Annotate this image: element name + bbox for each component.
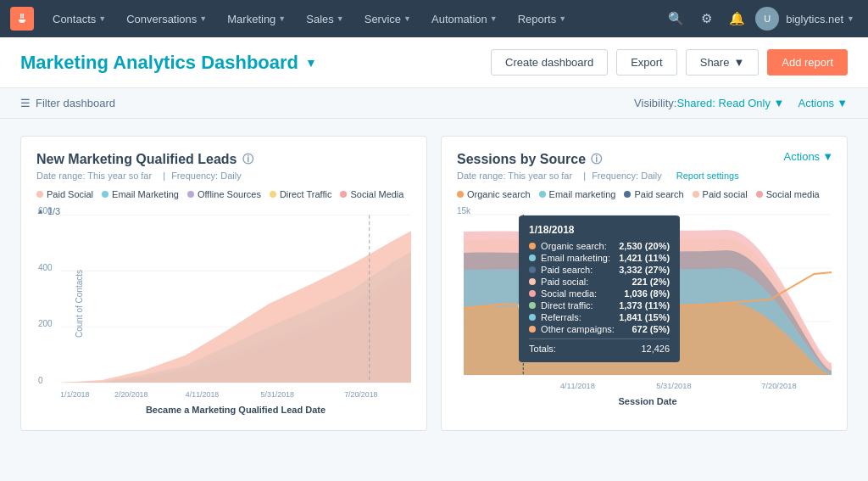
header-actions: Create dashboard Export Share ▼ Add repo…: [491, 49, 848, 76]
chevron-down-icon: ▼: [490, 14, 498, 23]
visibility-value[interactable]: Shared: Read Only ▼: [676, 97, 784, 109]
export-button[interactable]: Export: [616, 49, 677, 76]
y-tick-400: 400: [38, 263, 53, 272]
tooltip-row: Organic search:2,530 (20%): [529, 241, 670, 251]
page-title: Marketing Analytics Dashboard ▼: [20, 52, 317, 74]
svg-text:5/31/2018: 5/31/2018: [656, 382, 691, 390]
main-content: New Marketing Qualified Leads ⓘ Date ran…: [0, 119, 868, 448]
legend-item: Paid social: [693, 189, 748, 199]
chevron-down-icon: ▼: [98, 14, 106, 23]
svg-text:5/31/2018: 5/31/2018: [261, 390, 294, 399]
legend-dot: [340, 191, 347, 198]
tooltip-total: Totals: 12,426: [529, 338, 670, 354]
chevron-down-icon: ▼: [337, 14, 344, 23]
nav-item-sales[interactable]: Sales ▼: [298, 8, 352, 31]
card2-legend: Organic searchEmail marketingPaid search…: [457, 189, 832, 199]
legend-dot: [36, 191, 43, 198]
card2-title: Sessions by Source ⓘ: [457, 152, 744, 167]
legend-dot: [187, 191, 194, 198]
info-icon[interactable]: ⓘ: [242, 152, 253, 167]
report-settings-link[interactable]: Report settings: [676, 171, 739, 181]
chevron-down-icon: ▼: [837, 97, 848, 109]
bell-icon[interactable]: 🔔: [722, 6, 752, 31]
card2-x-label: Session Date: [464, 396, 832, 406]
info-icon[interactable]: ⓘ: [591, 152, 602, 167]
tooltip-dot: [529, 314, 536, 321]
nav-item-automation[interactable]: Automation ▼: [423, 8, 506, 31]
legend-item: Direct Traffic: [270, 189, 332, 199]
nav-logo[interactable]: [10, 7, 34, 31]
search-icon[interactable]: 🔍: [661, 6, 691, 31]
card-new-mql: New Marketing Qualified Leads ⓘ Date ran…: [20, 136, 427, 431]
tooltip-dot: [529, 243, 536, 249]
tooltip-dot: [529, 302, 536, 309]
y-tick-600: 600: [38, 206, 53, 215]
chart-tooltip: 1/18/2018 Organic search:2,530 (20%)Emai…: [519, 215, 680, 362]
legend-dot: [624, 191, 631, 198]
card1-y-label: Count of Contacts: [75, 270, 84, 338]
tooltip-date: 1/18/2018: [529, 224, 670, 236]
chevron-down-icon: ▼: [559, 14, 566, 23]
legend-item: Social media: [756, 189, 820, 199]
avatar[interactable]: U: [755, 7, 779, 31]
page-header: Marketing Analytics Dashboard ▼ Create d…: [0, 37, 868, 88]
nav-item-marketing[interactable]: Marketing ▼: [219, 8, 294, 31]
legend-dot: [457, 191, 464, 198]
nav-item-reports[interactable]: Reports ▼: [509, 8, 575, 31]
legend-item: Paid search: [624, 189, 683, 199]
legend-item: Social Media: [340, 189, 403, 199]
account-dropdown[interactable]: biglytics.net ▼: [782, 13, 858, 25]
svg-text:7/20/2018: 7/20/2018: [761, 382, 796, 390]
tooltip-dot: [529, 290, 536, 297]
tooltip-dot: [529, 278, 536, 285]
legend-item: Email Marketing: [102, 189, 179, 199]
toolbar-actions-button[interactable]: Actions ▼: [798, 97, 848, 109]
navbar: Contacts ▼ Conversations ▼ Marketing ▼ S…: [0, 0, 868, 37]
tooltip-row: Referrals:1,841 (15%): [529, 312, 670, 322]
chevron-down-icon: ▼: [847, 14, 854, 23]
legend-dot: [102, 191, 108, 198]
nav-item-contacts[interactable]: Contacts ▼: [44, 8, 114, 31]
filter-dashboard-button[interactable]: ☰ Filter dashboard: [20, 97, 115, 109]
chevron-down-icon: ▼: [733, 56, 744, 69]
legend-dot: [756, 191, 763, 198]
legend-dot: [270, 191, 276, 198]
svg-text:2/20/2018: 2/20/2018: [114, 390, 147, 399]
share-button[interactable]: Share ▼: [686, 49, 760, 76]
card1-svg: 1/1/2018 2/20/2018 4/11/2018 5/31/2018 7…: [60, 206, 411, 401]
tooltip-row: Paid social:221 (2%): [529, 277, 670, 287]
dashboard-toolbar: ☰ Filter dashboard Visibility: Shared: R…: [0, 88, 868, 119]
card1-x-label: Became a Marketing Qualified Lead Date: [60, 405, 411, 415]
filter-icon: ☰: [20, 97, 31, 109]
y-tick-200: 200: [38, 319, 53, 328]
card1-title: New Marketing Qualified Leads ⓘ: [36, 152, 411, 167]
legend-dot: [693, 191, 699, 198]
chevron-down-icon: ▼: [278, 14, 286, 23]
tooltip-row: Other campaigns:672 (5%): [529, 324, 670, 334]
gear-icon[interactable]: ⚙: [694, 6, 719, 31]
nav-item-service[interactable]: Service ▼: [356, 8, 420, 31]
svg-text:4/11/2018: 4/11/2018: [560, 382, 595, 390]
tooltip-row: Email marketing:1,421 (11%): [529, 253, 670, 263]
card-sessions-by-source: Sessions by Source ⓘ Date range: This ye…: [441, 136, 848, 431]
card2-actions-button[interactable]: Actions ▼: [783, 150, 833, 163]
create-dashboard-button[interactable]: Create dashboard: [491, 49, 608, 76]
visibility-label: Visibility:: [634, 97, 676, 109]
chevron-down-icon: ▼: [403, 14, 411, 23]
card2-meta: Date range: This year so far | Frequency…: [457, 171, 744, 181]
tooltip-dot: [529, 326, 536, 333]
tooltip-row: Social media:1,036 (8%): [529, 288, 670, 299]
legend-item: Organic search: [457, 189, 531, 199]
tooltip-dot: [529, 254, 536, 261]
legend-item: Offline Sources: [187, 189, 261, 199]
chevron-down-icon: ▼: [822, 150, 833, 163]
svg-text:4/11/2018: 4/11/2018: [186, 390, 219, 399]
y-tick-0: 0: [38, 376, 43, 385]
title-dropdown-icon[interactable]: ▼: [305, 56, 317, 70]
tooltip-row: Direct traffic:1,373 (11%): [529, 300, 670, 310]
add-report-button[interactable]: Add report: [767, 49, 848, 76]
legend-item: Paid Social: [36, 189, 93, 199]
legend-item: Email marketing: [539, 189, 616, 199]
card2-chart: 4/11/2018 5/31/2018 7/20/2018 1/18/2018 …: [464, 206, 832, 393]
nav-item-conversations[interactable]: Conversations ▼: [118, 8, 215, 31]
